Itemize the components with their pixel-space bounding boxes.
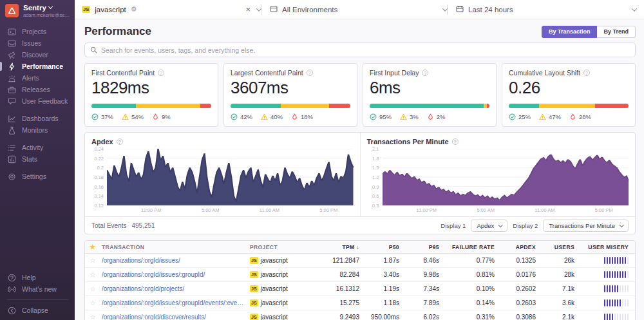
- help-icon: ?: [422, 70, 428, 76]
- apdex-value: 0.1325: [501, 257, 542, 264]
- display2-select[interactable]: Transactions Per Minute: [543, 220, 629, 232]
- sidebar-item-discover[interactable]: Discover: [0, 49, 75, 61]
- sidebar-item-label: User Feedback: [22, 97, 68, 105]
- p50-value: 950.00ms: [366, 314, 406, 320]
- tpm-chart-title: Transactions Per Minute: [367, 138, 449, 146]
- sidebar-item-settings[interactable]: Settings: [0, 171, 75, 182]
- column-header-apdex[interactable]: APDEX: [501, 244, 542, 250]
- search-bar[interactable]: [84, 42, 636, 57]
- sidebar-item-label: Stats: [22, 155, 37, 163]
- sidebar-item-whats-new[interactable]: What's new: [0, 283, 75, 295]
- vital-breakdown-item: 37%: [91, 113, 113, 120]
- project-cell: JSjavascript: [250, 285, 312, 292]
- project-cell: JSjavascript: [250, 271, 312, 278]
- apdex-value: 0.0176: [501, 271, 542, 278]
- header-star-icon[interactable]: ★: [85, 243, 100, 250]
- sidebar-item-user-feedback[interactable]: User Feedback: [0, 95, 75, 107]
- column-header-p95[interactable]: P95: [406, 244, 446, 250]
- apdex-plot-area[interactable]: [107, 149, 354, 205]
- column-header-users[interactable]: USERS: [542, 244, 581, 250]
- favorite-star-icon[interactable]: ☆: [85, 285, 100, 292]
- transaction-link[interactable]: /organizations/:orgId/projects/: [102, 285, 246, 292]
- table-row: ☆/organizations/:orgId/issues/:groupId/e…: [85, 296, 635, 310]
- transaction-link[interactable]: /organizations/:orgId/issues/:groupId/ev…: [102, 299, 246, 306]
- sidebar-item-label: Issues: [22, 39, 41, 47]
- sidebar-item-releases[interactable]: Releases: [0, 84, 75, 95]
- column-header-p50[interactable]: P50: [366, 244, 406, 250]
- favorite-star-icon[interactable]: ☆: [85, 314, 100, 320]
- apdex-value: 0.2603: [501, 299, 542, 306]
- sidebar-item-stats[interactable]: Stats: [0, 153, 75, 165]
- x-axis-tick: 11:00 PM: [417, 207, 437, 213]
- search-input[interactable]: [101, 46, 630, 54]
- by-transaction-button[interactable]: By Transaction: [542, 26, 598, 38]
- charts-footer: Total Events 495,251 Display 1 Apdex Dis…: [85, 216, 635, 234]
- activity-icon: [8, 144, 16, 152]
- users-value: 7.1k: [542, 285, 581, 292]
- javascript-platform-icon: JS: [82, 6, 90, 14]
- user-misery-bars: [581, 314, 635, 320]
- sidebar-item-label: Activity: [22, 144, 43, 151]
- by-trend-button[interactable]: By Trend: [597, 26, 636, 38]
- favorite-star-icon[interactable]: ☆: [85, 257, 100, 264]
- sidebar-item-label: Settings: [22, 173, 46, 180]
- vital-breakdown-item: 28%: [569, 113, 591, 120]
- clear-project-icon[interactable]: ×: [245, 5, 251, 14]
- sidebar-nav: ProjectsIssuesDiscoverPerformanceAlertsR…: [0, 26, 75, 182]
- discover-icon: [8, 51, 16, 59]
- sidebar-item-dashboards[interactable]: Dashboards: [0, 113, 75, 124]
- sidebar-item-monitors[interactable]: Monitors: [0, 124, 75, 136]
- sidebar-divider: [6, 299, 68, 300]
- transaction-link[interactable]: /organizations/:orgId/issues/: [102, 257, 246, 264]
- vital-card-1: Largest Contentful Paint?3607ms42%40%18%: [223, 63, 357, 127]
- help-icon: ?: [583, 70, 590, 76]
- help-icon: ?: [307, 70, 313, 76]
- column-header-user-misery[interactable]: USER MISERY: [581, 244, 635, 250]
- chevron-down-icon: [498, 223, 503, 227]
- apdex-chart: Apdex ? 0.240.220.20.180.160.140.12 11:0…: [85, 133, 361, 216]
- transaction-link[interactable]: /organizations/:orgId/issues/:groupId/: [102, 271, 246, 278]
- vital-breakdown-item: 95%: [370, 113, 392, 120]
- column-header-failure-rate[interactable]: FAILURE RATE: [446, 244, 501, 250]
- monitors-icon: [8, 126, 16, 135]
- apdex-y-axis: 0.240.220.20.180.160.140.12: [91, 149, 107, 205]
- project-settings-gear-icon[interactable]: ⚙: [131, 6, 137, 13]
- sidebar-item-help[interactable]: Help: [0, 272, 75, 283]
- column-header-project[interactable]: PROJECT: [250, 244, 312, 250]
- sidebar-item-activity[interactable]: Activity: [0, 142, 75, 153]
- vital-distribution-bar: [509, 104, 629, 108]
- project-selector[interactable]: JS javascript ⚙ ×: [82, 0, 261, 19]
- sidebar-item-performance[interactable]: Performance: [0, 61, 75, 72]
- vital-breakdown-item: 25%: [509, 113, 531, 120]
- y-axis-tick: 1.2: [372, 174, 379, 180]
- app-window: Sentry adam.mckerlie@se… ProjectsIssuesD…: [0, 0, 644, 320]
- y-axis-tick: 2.1: [372, 146, 379, 152]
- favorite-star-icon[interactable]: ☆: [85, 299, 100, 306]
- x-axis-tick: 11:00 AM: [535, 207, 554, 213]
- alerts-icon: [8, 74, 16, 82]
- display1-select[interactable]: Apdex: [471, 220, 507, 232]
- transaction-link[interactable]: /organizations/:orgId/discover/results/: [102, 314, 246, 320]
- favorite-star-icon[interactable]: ☆: [85, 271, 100, 278]
- column-header-transaction[interactable]: TRANSACTION: [100, 244, 250, 250]
- y-axis-tick: 0.9: [372, 184, 379, 189]
- tpm-y-axis: 2.11.81.51.20.90.60.3: [367, 149, 383, 205]
- vital-title: First Contentful Paint: [91, 69, 155, 77]
- x-axis-tick: 5:00 PM: [319, 207, 337, 213]
- sidebar: Sentry adam.mckerlie@se… ProjectsIssuesD…: [0, 0, 75, 320]
- column-header-tpm[interactable]: TPM ↓: [312, 244, 366, 250]
- date-range-selector[interactable]: Last 24 hours: [448, 0, 636, 19]
- sidebar-item-collapse[interactable]: Collapse: [0, 305, 75, 316]
- sidebar-item-alerts[interactable]: Alerts: [0, 72, 75, 84]
- sidebar-item-issues[interactable]: Issues: [0, 37, 75, 49]
- page-title: Performance: [84, 25, 151, 38]
- date-chevron-down-icon[interactable]: [632, 6, 637, 11]
- org-switcher[interactable]: Sentry adam.mckerlie@se…: [0, 0, 75, 21]
- search-icon: [90, 46, 97, 53]
- sidebar-item-label: Alerts: [22, 74, 39, 82]
- tpm-plot-area[interactable]: [383, 149, 629, 205]
- table-row: ☆/organizations/:orgId/issues/:groupId/J…: [85, 268, 635, 282]
- sidebar-item-projects[interactable]: Projects: [0, 26, 75, 37]
- environment-selector[interactable]: All Environments: [261, 0, 447, 19]
- y-axis-tick: 1.5: [372, 165, 379, 171]
